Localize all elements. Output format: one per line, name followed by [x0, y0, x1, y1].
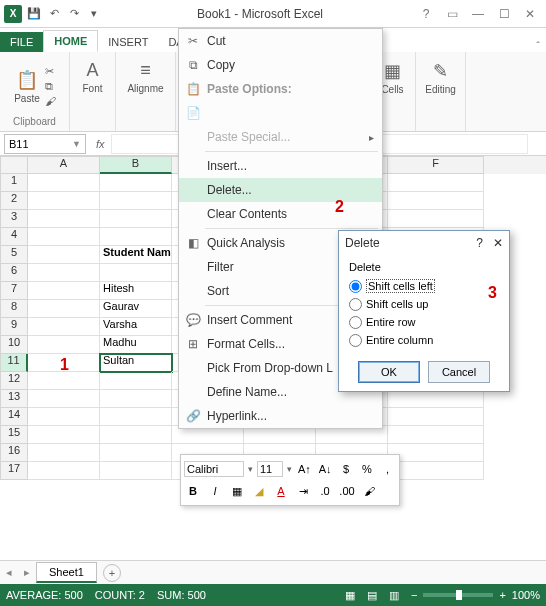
- border-icon[interactable]: ▦: [228, 482, 246, 500]
- mini-font-size[interactable]: [257, 461, 283, 477]
- comma-format-icon[interactable]: ,: [379, 460, 396, 478]
- select-all-corner[interactable]: [0, 156, 28, 174]
- font-button[interactable]: AFont: [79, 56, 107, 98]
- cell[interactable]: [28, 174, 100, 192]
- radio-entire-row[interactable]: [349, 316, 362, 329]
- opt-shift-left[interactable]: Shift cells left: [349, 277, 499, 295]
- opt-shift-up[interactable]: Shift cells up: [349, 295, 499, 313]
- cell[interactable]: [100, 264, 172, 282]
- cell-b8[interactable]: Gaurav: [100, 300, 172, 318]
- row-header[interactable]: 14: [0, 408, 28, 426]
- row-header[interactable]: 2: [0, 192, 28, 210]
- cell[interactable]: [388, 210, 484, 228]
- row-header[interactable]: 8: [0, 300, 28, 318]
- row-header[interactable]: 15: [0, 426, 28, 444]
- cell[interactable]: [100, 426, 172, 444]
- radio-entire-column[interactable]: [349, 334, 362, 347]
- ctx-copy[interactable]: ⧉Copy: [179, 53, 382, 77]
- cell[interactable]: [100, 210, 172, 228]
- cell[interactable]: [28, 246, 100, 264]
- undo-icon[interactable]: ↶: [46, 6, 62, 22]
- cell-b5[interactable]: Student Nam: [100, 246, 172, 264]
- col-header-f[interactable]: F: [388, 156, 484, 174]
- view-pagebreak-icon[interactable]: ▥: [389, 589, 399, 602]
- cell[interactable]: [100, 228, 172, 246]
- cell[interactable]: [100, 390, 172, 408]
- close-icon[interactable]: ✕: [493, 236, 503, 250]
- ok-button[interactable]: OK: [358, 361, 420, 383]
- row-header[interactable]: 12: [0, 372, 28, 390]
- collapse-ribbon-icon[interactable]: ˆ: [536, 40, 546, 52]
- cell[interactable]: [28, 444, 100, 462]
- increase-font-icon[interactable]: A↑: [296, 460, 313, 478]
- percent-format-icon[interactable]: %: [358, 460, 375, 478]
- row-header[interactable]: 5: [0, 246, 28, 264]
- row-header[interactable]: 11: [0, 354, 28, 372]
- col-header-a[interactable]: A: [28, 156, 100, 174]
- zoom-in-icon[interactable]: +: [499, 589, 505, 601]
- ctx-clear[interactable]: Clear Contents: [179, 202, 382, 226]
- cell[interactable]: [100, 462, 172, 480]
- cell[interactable]: [388, 426, 484, 444]
- cell[interactable]: [28, 372, 100, 390]
- cell-b9[interactable]: Varsha: [100, 318, 172, 336]
- fx-icon[interactable]: fx: [90, 138, 111, 150]
- cell[interactable]: [28, 300, 100, 318]
- close-icon[interactable]: ✕: [518, 7, 542, 21]
- cell[interactable]: [28, 192, 100, 210]
- cell[interactable]: [28, 462, 100, 480]
- row-header[interactable]: 17: [0, 462, 28, 480]
- row-header[interactable]: 10: [0, 336, 28, 354]
- row-header[interactable]: 13: [0, 390, 28, 408]
- cell[interactable]: [388, 408, 484, 426]
- cell[interactable]: [28, 210, 100, 228]
- cell[interactable]: [388, 192, 484, 210]
- cell[interactable]: [28, 264, 100, 282]
- zoom-slider[interactable]: [423, 593, 493, 597]
- new-sheet-button[interactable]: +: [103, 564, 121, 582]
- cell[interactable]: [388, 174, 484, 192]
- save-icon[interactable]: 💾: [26, 6, 42, 22]
- fill-color-icon[interactable]: ◢: [250, 482, 268, 500]
- cell[interactable]: [28, 228, 100, 246]
- format-painter-icon[interactable]: 🖌: [360, 482, 378, 500]
- name-box[interactable]: B11 ▼: [4, 134, 86, 154]
- zoom-value[interactable]: 100%: [512, 589, 540, 601]
- cell[interactable]: [388, 444, 484, 462]
- tab-insert[interactable]: INSERT: [98, 32, 158, 52]
- chevron-down-icon[interactable]: ▼: [72, 139, 81, 149]
- increase-decimal-icon[interactable]: .0: [316, 482, 334, 500]
- sheet-tab[interactable]: Sheet1: [36, 562, 97, 583]
- accounting-format-icon[interactable]: $: [338, 460, 355, 478]
- cell[interactable]: [100, 174, 172, 192]
- ctx-insert[interactable]: Insert...: [179, 154, 382, 178]
- redo-icon[interactable]: ↷: [66, 6, 82, 22]
- mini-font-name[interactable]: [184, 461, 244, 477]
- copy-icon[interactable]: ⧉: [45, 80, 56, 93]
- cell[interactable]: [100, 444, 172, 462]
- cell[interactable]: [28, 318, 100, 336]
- cell[interactable]: [388, 462, 484, 480]
- ctx-delete[interactable]: Delete...: [179, 178, 382, 202]
- tab-home[interactable]: HOME: [43, 30, 98, 52]
- help-icon[interactable]: ?: [476, 236, 483, 250]
- row-header[interactable]: 1: [0, 174, 28, 192]
- ctx-paste-special[interactable]: Paste Special...▸: [179, 125, 382, 149]
- cell[interactable]: [28, 408, 100, 426]
- cell[interactable]: [100, 192, 172, 210]
- ribbon-options-icon[interactable]: ▭: [440, 7, 464, 21]
- sheet-nav-prev-icon[interactable]: ◂: [0, 566, 18, 579]
- help-icon[interactable]: ?: [414, 7, 438, 21]
- row-header[interactable]: 7: [0, 282, 28, 300]
- sheet-nav-next-icon[interactable]: ▸: [18, 566, 36, 579]
- font-color-icon[interactable]: A: [272, 482, 290, 500]
- chevron-down-icon[interactable]: ▾: [287, 464, 292, 474]
- merge-center-icon[interactable]: ⇥: [294, 482, 312, 500]
- editing-button[interactable]: ✎Editing: [427, 56, 455, 98]
- row-header[interactable]: 4: [0, 228, 28, 246]
- zoom-out-icon[interactable]: −: [411, 589, 417, 601]
- decrease-font-icon[interactable]: A↓: [317, 460, 334, 478]
- qat-dropdown-icon[interactable]: ▾: [86, 6, 102, 22]
- row-header[interactable]: 6: [0, 264, 28, 282]
- alignment-button[interactable]: ≡Alignme: [132, 56, 160, 98]
